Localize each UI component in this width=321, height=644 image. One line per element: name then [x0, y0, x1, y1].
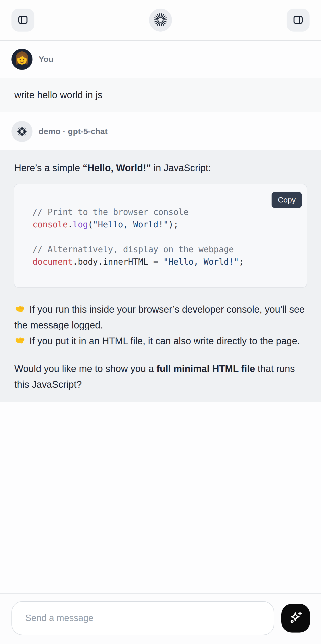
user-message-bubble: write hello world in js	[0, 78, 321, 112]
panel-right-icon	[292, 14, 304, 26]
user-message-header: You	[0, 41, 321, 78]
copy-button[interactable]: Copy	[272, 192, 302, 208]
pointing-right-emoji	[14, 303, 25, 314]
sidebar-toggle-button[interactable]	[11, 8, 34, 32]
code-line: document.body.innerHTML = "Hello, World!…	[32, 256, 297, 268]
chat-app: You write hello world in js demo · gpt-5…	[0, 0, 321, 644]
assistant-message-header: demo · gpt-5-chat	[0, 112, 321, 150]
composer-bar	[0, 593, 321, 644]
user-sender-label: You	[39, 54, 53, 64]
assistant-paragraph-2: Would you like me to show you a full min…	[14, 361, 307, 392]
assistant-intro-text: Here’s a simple “Hello, World!” in JavaS…	[14, 160, 307, 176]
code-content: // Print to the browser consoleconsole.l…	[14, 184, 307, 287]
assistant-sender-label: demo · gpt-5-chat	[39, 127, 108, 136]
panel-left-icon	[17, 14, 29, 26]
assistant-paragraph-1: If you run this inside your browser’s de…	[14, 302, 307, 349]
sparkle-icon	[288, 610, 304, 626]
code-block: Copy // Print to the browser consolecons…	[14, 184, 307, 288]
chat-scroll-area[interactable]	[0, 402, 321, 593]
code-line: console.log("Hello, World!");	[32, 218, 297, 231]
assistant-message-body: Here’s a simple “Hello, World!” in JavaS…	[0, 150, 321, 402]
send-button[interactable]	[281, 604, 310, 632]
assistant-avatar	[11, 121, 32, 142]
message-input[interactable]	[11, 601, 274, 635]
code-line: // Print to the browser console	[32, 206, 297, 218]
user-message-text: write hello world in js	[14, 90, 102, 100]
app-logo-button[interactable]	[149, 8, 172, 32]
right-panel-toggle-button[interactable]	[287, 8, 310, 32]
starburst-logo-icon	[153, 12, 168, 28]
code-line: // Alternatively, display on the webpage	[32, 243, 297, 256]
pointing-right-emoji	[14, 334, 25, 346]
top-bar	[0, 0, 321, 41]
code-line	[32, 231, 297, 243]
user-avatar	[11, 49, 32, 70]
